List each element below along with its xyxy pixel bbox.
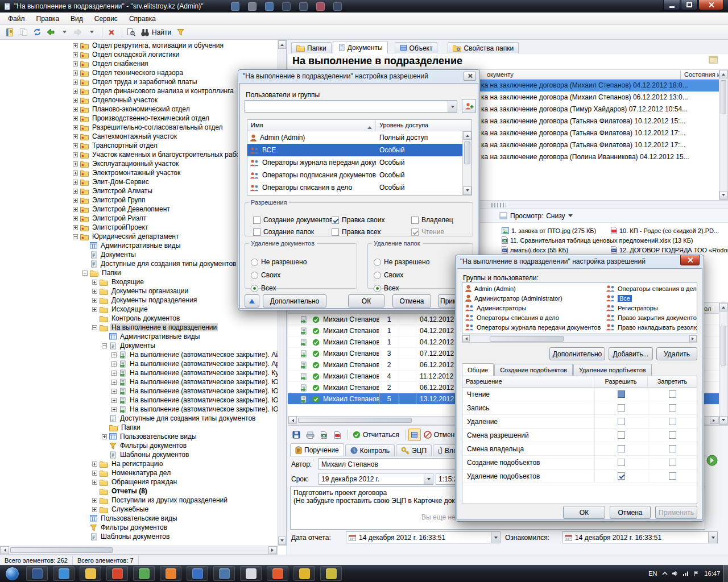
tree-expander-icon[interactable] [111,407,117,412]
tree-expander-icon[interactable] [73,116,78,121]
permission-checkbox[interactable]: Создание папок [253,228,314,236]
scroll-right-button[interactable] [689,335,697,342]
acknowledged-date-field[interactable]: 14 декабря 2012 г. 16:33:51 [562,531,718,543]
ok-button[interactable]: ОК [348,294,384,307]
name-column-header[interactable]: Имя [247,120,376,131]
dialog-close-button[interactable] [680,255,700,265]
attachment-item[interactable]: 1. заявка от ПТО.jpg (275 КБ) [502,226,596,235]
tree-expander-icon[interactable] [102,343,107,348]
deny-checkbox[interactable] [669,459,676,466]
export-excel-button[interactable] [317,429,330,441]
permission-checkbox[interactable]: Правка своих [332,216,385,224]
permission-row[interactable]: Чтение [462,388,697,401]
deny-checkbox[interactable] [669,472,676,480]
tree-item[interactable]: Планово-экономический отдел [0,105,278,114]
scrollbar-thumb[interactable] [298,418,412,423]
tree-item[interactable]: Шаблоны документов [0,450,278,459]
tab-folders[interactable]: Папки [291,42,332,53]
permission-user-row[interactable]: Операторы списания в делоОсобый [247,181,471,194]
scroll-down-button[interactable] [719,191,727,199]
tree-item[interactable]: Шаблоны документов [0,532,278,541]
tree-expander-icon[interactable] [73,70,78,76]
group-list-item[interactable]: Право закрытия документов [606,313,697,322]
taskbar-app-4[interactable] [106,566,128,581]
permission-row[interactable]: Удаление подобъектов [462,469,697,483]
permission-row[interactable]: Смена владельца [462,442,697,456]
tree-item[interactable]: На выполнение (автоматическое закрытие).… [0,350,278,359]
document-list-scrollbar[interactable] [719,69,728,200]
tree-expander-icon[interactable] [92,307,97,312]
deny-checkbox[interactable] [669,445,676,452]
radio-option[interactable]: Не разрешено [251,258,307,266]
tree-expander-icon[interactable] [73,80,78,85]
tree-item[interactable]: На выполнение (автоматическое закрытие).… [0,386,278,396]
scroll-right-button[interactable] [268,546,277,554]
tree-expander-icon[interactable] [73,234,78,239]
tab-assignment[interactable]: Поручение [290,443,344,456]
allow-checkbox[interactable] [618,418,625,425]
tree-expander-icon[interactable] [73,125,78,130]
tree-expander-icon[interactable] [111,389,117,394]
group-list-item[interactable]: Admin (Admin) [465,284,516,293]
tray-volume[interactable] [672,571,679,576]
tree-item[interactable]: Номенклатура дел [0,468,278,477]
tree-expander-icon[interactable] [73,225,78,230]
show-desktop-button[interactable] [723,565,728,582]
advanced-button[interactable]: Дополнительно [549,347,605,360]
column-header[interactable]: окументу [487,71,514,78]
dialog-close-button[interactable] [464,72,476,81]
tree-item[interactable]: Фильтры документов [0,441,278,450]
tree-item[interactable]: Разрешительно-согласовательный отдел [0,123,278,132]
tree-item[interactable]: Пользовательские виды [0,432,278,441]
background-app-icon[interactable] [265,2,274,11]
tree-expander-icon[interactable] [102,434,107,439]
tree-item[interactable]: Папки [0,423,278,432]
tree-expander-icon[interactable] [111,352,117,357]
dropdown-button[interactable] [448,101,457,112]
tree-expander-icon[interactable] [92,289,97,294]
tray-network[interactable] [682,571,689,576]
find-button[interactable]: Найти [139,26,173,39]
tree-item[interactable]: Элитстрой Девелопмент [0,205,278,214]
add-button[interactable]: Добавить... [609,347,653,360]
tree-item[interactable]: Доступные для создания типы документов [0,259,278,268]
tree-item[interactable]: Административные виды [0,241,278,250]
tree-item[interactable]: Служебные [0,505,278,514]
tree-item[interactable]: Элит-Дом-Сервис [0,177,278,186]
right-vertical-scrollbar[interactable] [719,302,728,425]
taskbar-app-11[interactable] [293,566,315,581]
permission-row[interactable]: Запись [462,401,697,415]
taskbar-app-8[interactable] [213,566,235,581]
save-button[interactable] [290,429,303,441]
dropdown-button[interactable] [424,473,433,484]
attachment-item[interactable]: 12. ДОГОВОР ПОДРЯДА ТОО «Rodos Grand» (и… [611,246,728,254]
tree-expander-icon[interactable] [92,480,97,485]
tree-expander-icon[interactable] [73,107,78,112]
attachment-item[interactable]: 11. Сравнительная таблица ценовых предло… [502,236,693,244]
print-button[interactable] [304,429,316,441]
scroll-left-button[interactable] [1,546,9,554]
taskbar-clock[interactable]: 16:47 [704,570,720,577]
menu-item[interactable]: Файл [2,13,31,24]
cancel-button[interactable]: Отмена [392,294,431,307]
preview-mode-value[interactable]: Снизу [546,212,565,220]
tree-item[interactable]: Эксплуатационный участок [0,159,278,168]
list-horizontal-scrollbar[interactable] [462,335,697,343]
allow-checkbox[interactable] [618,390,625,398]
tree-item[interactable]: На выполнение в подразделении [0,323,278,332]
scroll-left-button[interactable] [288,417,297,424]
tree-item[interactable]: Транспортный отдел [0,141,278,150]
scrollbar-thumb[interactable] [721,80,726,114]
ok-button[interactable]: ОК [563,506,605,519]
permission-user-row[interactable]: Admin (Admin)Полный доступ [247,131,471,144]
scroll-down-button[interactable] [278,537,286,545]
tree-expander-icon[interactable] [73,43,78,48]
tree-item[interactable]: Отдел труда и заработной платы [0,77,278,86]
dropdown-button[interactable] [708,532,717,543]
radio-option[interactable]: Всех [251,284,276,292]
tree-expander-icon[interactable] [82,271,88,276]
dropdown-button[interactable] [491,532,500,543]
add-user-button[interactable] [462,99,476,113]
term-date-field[interactable]: 19 декабря 2012 г. [318,473,433,485]
permission-row[interactable]: Создание подобъектов [462,456,697,469]
